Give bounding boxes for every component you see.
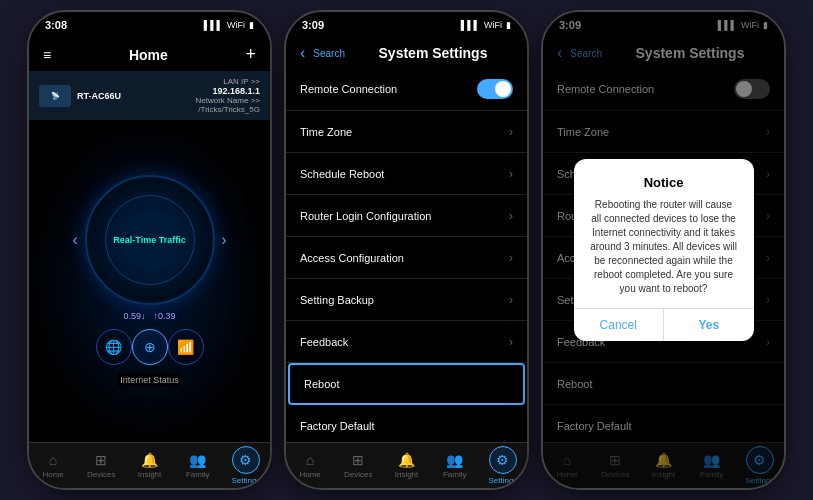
devices-tab-icon-2: ⊞ <box>352 452 364 468</box>
backup-label: Setting Backup <box>300 294 374 306</box>
asus-icon[interactable]: ⊕ <box>132 329 168 365</box>
family-tab-label-2: Family <box>443 470 467 479</box>
tab-insight-1[interactable]: 🔔 Insight <box>125 443 173 488</box>
dialog-title: Notice <box>590 175 738 190</box>
system-title-2: System Settings <box>353 45 513 61</box>
tab-home-1[interactable]: ⌂ Home <box>29 443 77 488</box>
tab-home-2[interactable]: ⌂ Home <box>286 443 334 488</box>
network-name: /Tricks/Tricks_5G <box>196 105 260 114</box>
login-label: Router Login Configuration <box>300 210 431 222</box>
confirm-button[interactable]: Yes <box>663 309 754 341</box>
tab-family-1[interactable]: 👥 Family <box>174 443 222 488</box>
tab-insight-2[interactable]: 🔔 Insight <box>382 443 430 488</box>
battery-icon: ▮ <box>249 20 254 30</box>
tab-settings-1[interactable]: ⚙ Settings <box>222 443 270 488</box>
home-tab-label-2: Home <box>299 470 320 479</box>
reboot-now-label: Reboot <box>304 378 339 390</box>
dialog-overlay: Notice Rebooting the router will cause a… <box>543 12 784 488</box>
add-icon[interactable]: + <box>245 44 256 65</box>
settings-tab-label: Settings <box>231 476 260 485</box>
phone-3: 3:09 ▌▌▌ WiFi ▮ ‹ Search System Settings… <box>541 10 786 490</box>
signal-icon-2: ▌▌▌ <box>461 20 480 30</box>
devices-tab-icon: ⊞ <box>95 452 107 468</box>
router-model: RT-AC66U <box>77 91 121 101</box>
login-arrow: › <box>509 209 513 223</box>
home-tab-label: Home <box>42 470 63 479</box>
settings-item-factory[interactable]: Factory Default <box>286 405 527 442</box>
devices-tab-label: Devices <box>87 470 115 479</box>
wifi-router-icon[interactable]: 📶 <box>168 329 204 365</box>
router-info-right: LAN IP >> 192.168.1.1 Network Name >> /T… <box>196 77 260 114</box>
status-icons-1: ▌▌▌ WiFi ▮ <box>204 20 254 30</box>
reboot-arrow: › <box>509 167 513 181</box>
home-title: Home <box>129 47 168 63</box>
settings-item-login[interactable]: Router Login Configuration › <box>286 195 527 237</box>
tab-family-2[interactable]: 👥 Family <box>431 443 479 488</box>
tab-bar-2: ⌂ Home ⊞ Devices 🔔 Insight 👥 Family ⚙ Se… <box>286 442 527 488</box>
status-bar-1: 3:08 ▌▌▌ WiFi ▮ <box>29 12 270 38</box>
wifi-icon-2: WiFi <box>484 20 502 30</box>
globe-icon[interactable]: 🌐 <box>96 329 132 365</box>
lan-label: LAN IP >> <box>196 77 260 86</box>
tab-settings-2[interactable]: ⚙ Settings <box>479 443 527 488</box>
traffic-values: 0.59↓ ↑0.39 <box>123 311 175 321</box>
settings-item-backup[interactable]: Setting Backup › <box>286 279 527 321</box>
settings-tab-icon-2: ⚙ <box>496 452 509 468</box>
home-header: ≡ Home + <box>29 38 270 71</box>
router-info-bar: 📡 RT-AC66U LAN IP >> 192.168.1.1 Network… <box>29 71 270 120</box>
insight-tab-label-2: Insight <box>395 470 419 479</box>
traffic-up: ↑0.39 <box>154 311 176 321</box>
settings-item-access[interactable]: Access Configuration › <box>286 237 527 279</box>
phone-1: 3:08 ▌▌▌ WiFi ▮ ≡ Home + 📡 RT-AC66U LAN … <box>27 10 272 490</box>
menu-icon[interactable]: ≡ <box>43 47 51 63</box>
reboot-label: Schedule Reboot <box>300 168 384 180</box>
internet-status: Internet Status <box>118 373 181 387</box>
settings-item-timezone[interactable]: Time Zone › <box>286 111 527 153</box>
router-info-left: 📡 RT-AC66U <box>39 85 121 107</box>
router-icon: 📡 <box>39 85 71 107</box>
phone-2: 3:09 ▌▌▌ WiFi ▮ ‹ Search System Settings… <box>284 10 529 490</box>
lan-ip: 192.168.1.1 <box>196 86 260 96</box>
factory-label: Factory Default <box>300 420 375 432</box>
insight-tab-icon-2: 🔔 <box>398 452 415 468</box>
time-2: 3:09 <box>302 19 324 31</box>
system-header-2: ‹ Search System Settings <box>286 38 527 68</box>
backup-arrow: › <box>509 293 513 307</box>
settings-item-feedback[interactable]: Feedback › <box>286 321 527 363</box>
router-details: RT-AC66U <box>77 91 121 101</box>
timezone-arrow: › <box>509 125 513 139</box>
remote-toggle[interactable] <box>477 79 513 99</box>
traffic-label: Real-Time Traffic <box>113 235 185 245</box>
settings-item-remote[interactable]: Remote Connection <box>286 68 527 111</box>
traffic-area: ‹ Real-Time Traffic › 0.59↓ ↑0.39 🌐 ⊕ 📶 … <box>29 120 270 442</box>
family-tab-label: Family <box>186 470 210 479</box>
settings-tab-icon: ⚙ <box>239 452 252 468</box>
arrow-right-icon: › <box>221 231 226 249</box>
settings-item-reboot-now[interactable]: Reboot <box>288 363 525 405</box>
remote-label: Remote Connection <box>300 83 397 95</box>
settings-item-reboot[interactable]: Schedule Reboot › <box>286 153 527 195</box>
notice-dialog: Notice Rebooting the router will cause a… <box>574 159 754 341</box>
tab-devices-2[interactable]: ⊞ Devices <box>334 443 382 488</box>
traffic-circle: ‹ Real-Time Traffic › <box>85 175 215 305</box>
bottom-icons: 🌐 ⊕ 📶 <box>86 321 214 373</box>
family-tab-icon-2: 👥 <box>446 452 463 468</box>
traffic-inner: Real-Time Traffic <box>105 195 195 285</box>
battery-icon-2: ▮ <box>506 20 511 30</box>
timezone-label: Time Zone <box>300 126 352 138</box>
insight-tab-icon: 🔔 <box>141 452 158 468</box>
cancel-button[interactable]: Cancel <box>574 309 664 341</box>
arrow-left-icon: ‹ <box>73 231 78 249</box>
dialog-actions: Cancel Yes <box>574 308 754 341</box>
status-icons-2: ▌▌▌ WiFi ▮ <box>461 20 511 30</box>
dialog-message: Rebooting the router will cause all conn… <box>590 198 738 296</box>
tab-devices-1[interactable]: ⊞ Devices <box>77 443 125 488</box>
network-label: Network Name >> <box>196 96 260 105</box>
family-tab-icon: 👥 <box>189 452 206 468</box>
feedback-label: Feedback <box>300 336 348 348</box>
search-label-2[interactable]: Search <box>313 48 345 59</box>
back-button-2[interactable]: ‹ <box>300 44 305 62</box>
insight-tab-label: Insight <box>138 470 162 479</box>
access-arrow: › <box>509 251 513 265</box>
devices-tab-label-2: Devices <box>344 470 372 479</box>
